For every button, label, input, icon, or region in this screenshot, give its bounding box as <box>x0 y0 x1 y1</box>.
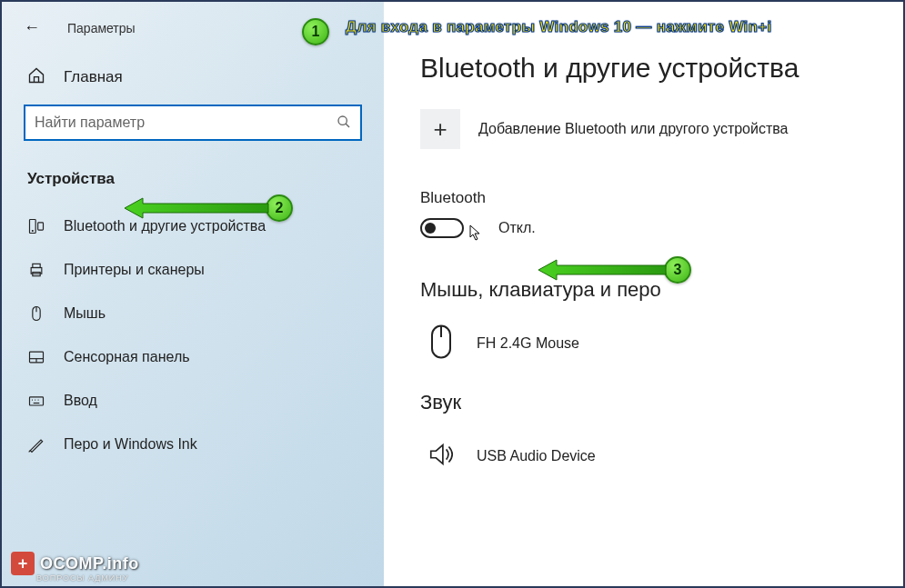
search-input[interactable] <box>35 115 337 131</box>
touchpad-icon <box>27 348 45 366</box>
nav-label: Ввод <box>64 393 97 409</box>
pen-icon <box>27 435 45 453</box>
keyboard-icon <box>27 392 45 410</box>
device-audio[interactable]: USB Audio Device <box>420 431 876 503</box>
home-label: Главная <box>64 68 123 86</box>
mouse-device-icon <box>427 324 455 364</box>
nav-mouse[interactable]: Мышь <box>2 292 384 335</box>
annotation-badge-3: 3 <box>664 256 691 284</box>
nav-pen[interactable]: Перо и Windows Ink <box>2 423 384 466</box>
page-title: Bluetooth и другие устройства <box>420 53 876 84</box>
search-icon <box>337 115 351 132</box>
nav-label: Перо и Windows Ink <box>64 436 197 453</box>
category-devices: Устройства <box>2 157 384 204</box>
bluetooth-label: Bluetooth <box>420 189 876 207</box>
home-icon <box>27 66 45 88</box>
svg-line-18 <box>29 451 31 453</box>
plus-icon: + <box>420 109 460 149</box>
nav-label: Сенсорная панель <box>64 349 190 365</box>
svg-rect-6 <box>33 264 40 267</box>
watermark-sub: ВОПРОСЫ АДМИНУ <box>36 573 129 583</box>
nav-label: Мышь <box>64 305 106 322</box>
nav-bluetooth[interactable]: Bluetooth и другие устройства <box>2 204 384 248</box>
device-mouse[interactable]: FH 2.4G Mouse <box>420 318 876 391</box>
svg-rect-3 <box>38 223 44 230</box>
device-name: FH 2.4G Mouse <box>477 335 579 352</box>
add-device-button[interactable]: + Добавление Bluetooth или другого устро… <box>420 109 876 149</box>
main-content: Bluetooth и другие устройства + Добавлен… <box>384 2 903 586</box>
devices-icon <box>27 217 45 235</box>
nav-touchpad[interactable]: Сенсорная панель <box>2 335 384 379</box>
back-arrow-icon[interactable]: ← <box>24 18 40 37</box>
sound-section-heading: Звук <box>420 391 876 414</box>
input-section-heading: Мышь, клавиатура и перо <box>420 278 876 302</box>
annotation-tip-1: Для входа в параметры Windows 10 — нажми… <box>346 18 772 36</box>
settings-title: Параметры <box>67 21 136 35</box>
toggle-knob <box>425 223 436 234</box>
bluetooth-toggle[interactable] <box>420 218 464 238</box>
nav-label: Bluetooth и другие устройства <box>64 218 266 234</box>
bluetooth-status: Откл. <box>498 220 536 236</box>
nav-printers[interactable]: Принтеры и сканеры <box>2 248 384 292</box>
watermark: + OCOMP.info <box>11 552 139 575</box>
annotation-badge-2: 2 <box>266 194 293 222</box>
watermark-icon: + <box>11 552 35 575</box>
sidebar-home[interactable]: Главная <box>2 46 384 105</box>
cursor-icon <box>469 224 482 244</box>
annotation-badge-1: 1 <box>302 18 329 45</box>
speaker-icon <box>427 436 455 476</box>
svg-line-1 <box>346 124 349 127</box>
printer-icon <box>27 261 45 279</box>
mouse-icon <box>27 304 45 323</box>
svg-rect-13 <box>30 397 44 405</box>
sidebar: ← Параметры Главная Устройства Bluetooth… <box>2 2 384 586</box>
device-name: USB Audio Device <box>477 448 596 464</box>
svg-point-0 <box>338 116 347 125</box>
search-box[interactable] <box>24 105 362 141</box>
add-device-label: Добавление Bluetooth или другого устройс… <box>478 121 789 137</box>
watermark-text: OCOMP.info <box>40 554 139 573</box>
nav-label: Принтеры и сканеры <box>64 262 205 278</box>
svg-point-4 <box>32 231 33 232</box>
nav-typing[interactable]: Ввод <box>2 379 384 423</box>
